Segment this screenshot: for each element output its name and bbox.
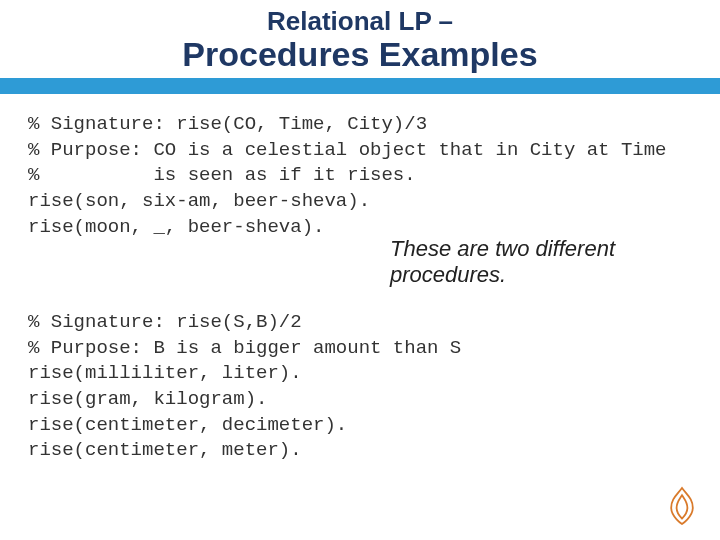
slide-title: Relational LP – Procedures Examples xyxy=(0,0,720,74)
slide: Relational LP – Procedures Examples % Si… xyxy=(0,0,720,540)
title-line2: Procedures Examples xyxy=(0,35,720,74)
title-line1: Relational LP – xyxy=(0,6,720,37)
annotation-text: These are two different procedures. xyxy=(390,236,690,289)
code-block-2: % Signature: rise(S,B)/2 % Purpose: B is… xyxy=(28,310,692,464)
code-block-1: % Signature: rise(CO, Time, City)/3 % Pu… xyxy=(28,112,692,240)
logo-icon xyxy=(664,486,700,526)
title-underline-bar xyxy=(0,78,720,94)
